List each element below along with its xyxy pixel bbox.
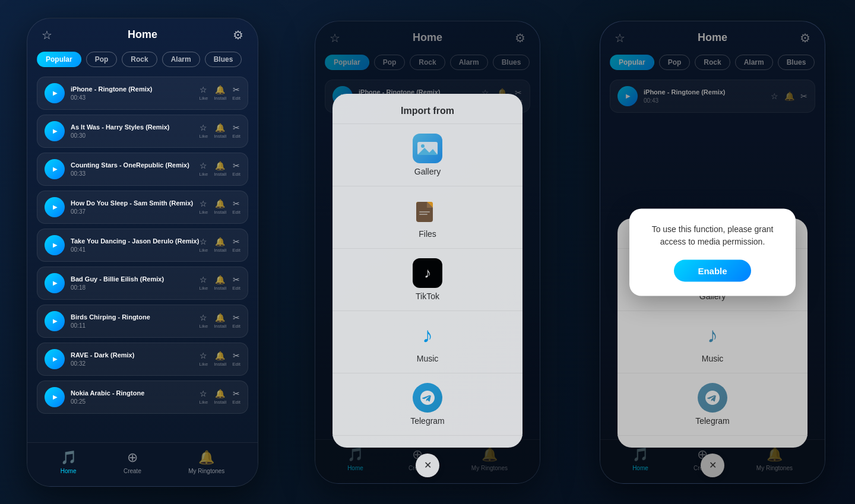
play-btn[interactable] [45, 197, 65, 217]
song-item: How Do You Sleep - Sam Smith (Remix) 00:… [37, 191, 248, 224]
like-action[interactable]: ☆Like [200, 237, 208, 253]
phone-screen-1: ☆ Home ⚙ Popular Pop Rock Alarm Blues [27, 18, 258, 487]
phone-content-1: ☆ Home ⚙ Popular Pop Rock Alarm Blues [27, 18, 258, 486]
edit-action[interactable]: ✂Edit [232, 123, 240, 139]
filter-alarm-1[interactable]: Alarm [162, 52, 200, 67]
song-info: Take You Dancing - Jason Derulo (Remix) … [71, 237, 200, 253]
play-btn[interactable] [45, 349, 65, 369]
like-action[interactable]: ☆Like [200, 313, 208, 329]
import-files-option[interactable]: Files [332, 186, 522, 249]
files-label: Files [419, 229, 436, 239]
screens-container: ☆ Home ⚙ Popular Pop Rock Alarm Blues [0, 0, 855, 504]
create-label-1: Create [124, 468, 141, 474]
telegram-label: Telegram [410, 416, 445, 426]
song-item: Bad Guy - Billie Eilish (Remix) 00:18 ☆L… [37, 267, 248, 300]
song-item: Birds Chirping - Ringtone 00:11 ☆Like 🔔I… [37, 305, 248, 338]
star-icon-1[interactable]: ☆ [42, 28, 52, 42]
close-modal-button-dimmed[interactable]: ✕ [701, 454, 724, 477]
like-action[interactable]: ☆Like [200, 351, 208, 367]
play-btn[interactable] [45, 273, 65, 293]
screen-3-wrapper: ☆ Home ⚙ Popular Pop Rock Alarm Blues [570, 0, 855, 504]
edit-action[interactable]: ✂Edit [232, 199, 240, 215]
myringtones-icon-1: 🔔 [198, 450, 214, 465]
filter-pop-1[interactable]: Pop [86, 52, 118, 67]
like-action[interactable]: ☆Like [200, 199, 208, 215]
edit-action[interactable]: ✂Edit [232, 161, 240, 177]
install-action[interactable]: 🔔Install [214, 389, 226, 405]
like-action[interactable]: ☆Like [200, 85, 208, 101]
install-action[interactable]: 🔔Install [214, 275, 226, 291]
telegram-icon [413, 383, 442, 413]
install-action[interactable]: 🔔Install [214, 313, 226, 329]
screen-1-wrapper: ☆ Home ⚙ Popular Pop Rock Alarm Blues [0, 0, 285, 504]
music-note-icon: ♪ [422, 323, 433, 348]
song-duration: 00:25 [71, 398, 200, 405]
header-title-1: Home [128, 28, 157, 41]
edit-action[interactable]: ✂Edit [232, 313, 240, 329]
song-actions: ☆Like 🔔Install ✂Edit [200, 351, 240, 367]
filter-rock-1[interactable]: Rock [122, 52, 157, 67]
like-action[interactable]: ☆Like [200, 389, 208, 405]
edit-action[interactable]: ✂Edit [232, 237, 240, 253]
import-modal: Import from [332, 94, 522, 448]
close-modal-button[interactable]: ✕ [416, 454, 439, 477]
song-info: RAVE - Dark (Remix) 00:32 [71, 351, 200, 367]
import-gallery-option[interactable]: Gallery [332, 124, 522, 186]
play-btn[interactable] [45, 235, 65, 255]
like-action[interactable]: ☆Like [200, 275, 208, 291]
import-music-option-dimmed: ♪ Music [618, 311, 808, 373]
song-list-1: iPhone - Ringtone (Remix) 00:43 ☆Like 🔔I… [27, 72, 258, 445]
install-action[interactable]: 🔔Install [214, 351, 226, 367]
import-telegram-option[interactable]: Telegram [332, 373, 522, 436]
settings-icon-1[interactable]: ⚙ [233, 28, 243, 42]
header-1: ☆ Home ⚙ [27, 18, 258, 47]
play-btn[interactable] [45, 83, 65, 103]
song-name: As It Was - Harry Styles (Remix) [71, 123, 200, 131]
song-duration: 00:18 [71, 284, 200, 291]
play-btn[interactable] [45, 121, 65, 141]
gallery-label: Gallery [414, 167, 441, 176]
nav-create-1[interactable]: ⊕ Create [124, 450, 141, 474]
install-action[interactable]: 🔔Install [214, 237, 226, 253]
import-music-option[interactable]: ♪ Music [332, 311, 522, 373]
install-action[interactable]: 🔔Install [214, 85, 226, 101]
screen-2-wrapper: ☆ Home ⚙ Popular Pop Rock Alarm Blues [285, 0, 570, 504]
svg-point-2 [421, 144, 425, 148]
music-icon: ♪ [413, 321, 442, 350]
song-duration: 00:32 [71, 360, 200, 367]
play-btn[interactable] [45, 159, 65, 179]
phone-screen-2: ☆ Home ⚙ Popular Pop Rock Alarm Blues [315, 21, 540, 484]
install-action[interactable]: 🔔Install [214, 123, 226, 139]
install-action[interactable]: 🔔Install [214, 161, 226, 177]
edit-action[interactable]: ✂Edit [232, 275, 240, 291]
filter-popular-1[interactable]: Popular [37, 52, 81, 67]
telegram-icon-dimmed [698, 383, 727, 413]
nav-myringtones-1[interactable]: 🔔 My Ringtones [188, 450, 224, 474]
import-tiktok-option[interactable]: ♪ TikTok [332, 249, 522, 311]
play-btn[interactable] [45, 387, 65, 407]
song-duration: 00:11 [71, 322, 200, 329]
edit-action[interactable]: ✂Edit [232, 85, 240, 101]
filter-tabs-1: Popular Pop Rock Alarm Blues [27, 47, 258, 72]
install-action[interactable]: 🔔Install [214, 199, 226, 215]
song-info: Birds Chirping - Ringtone 00:11 [71, 313, 200, 329]
song-item: RAVE - Dark (Remix) 00:32 ☆Like 🔔Install… [37, 343, 248, 376]
telegram-icon-inner [413, 383, 442, 413]
song-item: As It Was - Harry Styles (Remix) 00:30 ☆… [37, 115, 248, 148]
edit-action[interactable]: ✂Edit [232, 389, 240, 405]
svg-rect-7 [419, 214, 428, 215]
edit-action[interactable]: ✂Edit [232, 351, 240, 367]
like-action[interactable]: ☆Like [200, 123, 208, 139]
svg-rect-6 [419, 211, 430, 213]
enable-button[interactable]: Enable [674, 259, 750, 281]
filter-blues-1[interactable]: Blues [205, 52, 242, 67]
song-item: Nokia Arabic - Ringtone 00:25 ☆Like 🔔Ins… [37, 381, 248, 414]
song-name: RAVE - Dark (Remix) [71, 351, 200, 359]
play-btn[interactable] [45, 311, 65, 331]
song-name: Birds Chirping - Ringtone [71, 313, 200, 321]
nav-home-1[interactable]: 🎵 Home [61, 450, 77, 474]
song-info: As It Was - Harry Styles (Remix) 00:30 [71, 123, 200, 139]
song-duration: 00:41 [71, 246, 200, 253]
like-action[interactable]: ☆Like [200, 161, 208, 177]
song-item: iPhone - Ringtone (Remix) 00:43 ☆Like 🔔I… [37, 77, 248, 110]
